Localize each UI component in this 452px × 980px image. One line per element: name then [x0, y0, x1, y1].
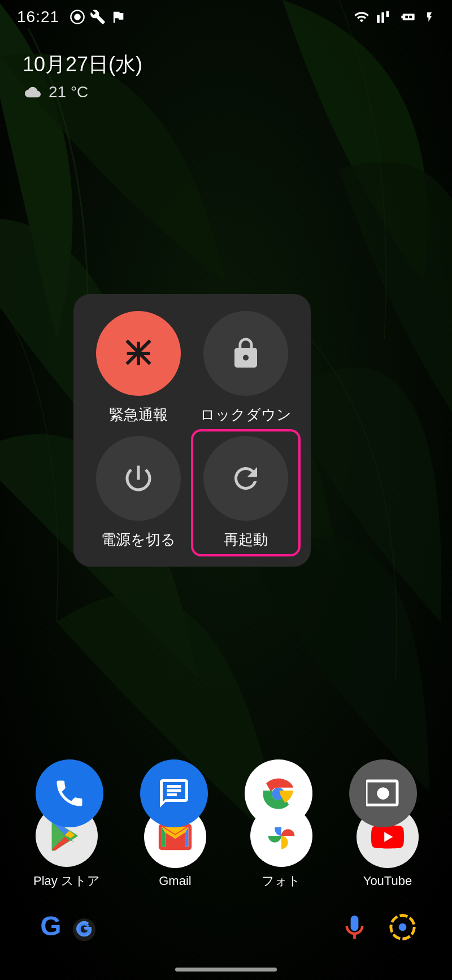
restart-circle	[203, 436, 288, 521]
power-off-label: 電源を切る	[101, 530, 176, 550]
asterisk-icon	[119, 334, 158, 373]
emergency-button[interactable]: 緊急通報	[90, 311, 186, 425]
lock-icon	[229, 336, 263, 370]
lockdown-circle	[203, 311, 288, 396]
power-off-circle	[96, 436, 181, 521]
emergency-label: 緊急通報	[109, 405, 168, 425]
emergency-circle	[96, 311, 181, 396]
restart-label: 再起動	[224, 530, 268, 550]
power-menu: 緊急通報 ロックダウン 電源を切る	[73, 294, 311, 567]
lockdown-button[interactable]: ロックダウン	[198, 311, 294, 425]
restart-button[interactable]: 再起動	[198, 436, 294, 550]
restart-icon	[229, 461, 263, 495]
power-icon	[121, 461, 155, 495]
lockdown-label: ロックダウン	[200, 405, 292, 425]
power-menu-backdrop[interactable]: 緊急通報 ロックダウン 電源を切る	[0, 0, 452, 980]
power-off-button[interactable]: 電源を切る	[90, 436, 186, 550]
